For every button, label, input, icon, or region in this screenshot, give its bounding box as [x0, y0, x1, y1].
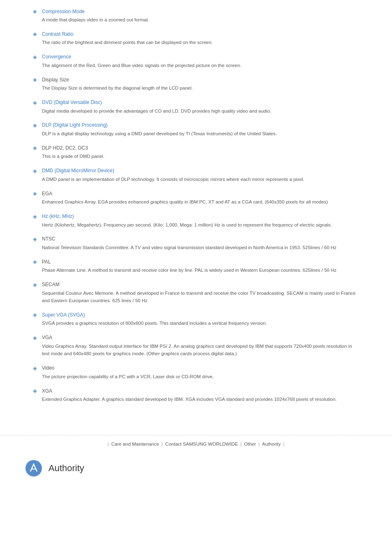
term-title-display-size: ◈Display Size: [33, 76, 359, 83]
term-title-text-dmd[interactable]: DMD (Digital MicroMirror Device): [42, 168, 114, 173]
footer-nav: | Care and Maintenance | Contact SAMSUNG…: [0, 435, 392, 451]
term-bullet-icon-video: ◈: [33, 365, 39, 371]
term-bullet-icon-hz: ◈: [33, 213, 39, 220]
authority-logo-icon: [25, 459, 43, 477]
term-block-dlp: ◈DLP (Digital Light Processing)DLP is a …: [33, 122, 359, 137]
term-bullet-icon-xga: ◈: [33, 388, 39, 394]
term-bullet-icon-dlp-hd2: ◈: [33, 145, 39, 151]
term-title-text-ega[interactable]: EGA: [42, 191, 52, 197]
term-title-text-dvd[interactable]: DVD (Digital Versatile Disc): [42, 99, 102, 105]
term-block-hz: ◈Hz (kHz, MHz)Hertz (Kilohertz, Megahert…: [33, 213, 359, 229]
term-bullet-icon-pal: ◈: [33, 259, 39, 265]
term-block-vga: ◈VGAVideo Graphics Array. Standard outpu…: [33, 335, 359, 358]
term-title-convergence: ◈Convergence: [33, 54, 359, 60]
term-title-pal: ◈PAL: [33, 259, 359, 265]
term-title-text-svga[interactable]: Super VGA (SVGA): [42, 312, 85, 318]
term-bullet-icon-dlp: ◈: [33, 122, 39, 128]
term-block-compression-mode: ◈Compression ModeA mode that displays vi…: [33, 8, 359, 23]
term-title-text-hz[interactable]: Hz (kHz, MHz): [42, 213, 74, 219]
term-block-video: ◈VideoThe picture projection capability …: [33, 365, 359, 380]
term-block-pal: ◈PALPhase Alternate Line. A method to tr…: [33, 259, 359, 274]
term-description-hz: Hertz (Kilohertz, Megahertz). Frequency …: [33, 221, 359, 229]
term-bullet-icon-vga: ◈: [33, 335, 39, 341]
term-description-dvd: Digital media developed to provide the a…: [33, 107, 359, 115]
term-bullet-icon-svga: ◈: [33, 312, 39, 318]
footer-sep-2: |: [240, 442, 242, 446]
term-description-dmd: A DMD panel is an implementation of DLP …: [33, 176, 359, 183]
term-block-dmd: ◈DMD (Digital MicroMirror Device)A DMD p…: [33, 168, 359, 183]
footer-link-other[interactable]: Other: [244, 442, 256, 446]
term-title-hz: ◈Hz (kHz, MHz): [33, 213, 359, 220]
term-description-compression-mode: A mode that displays video in a zoomed o…: [33, 16, 359, 23]
term-block-xga: ◈XGAExtended Graphics Adapter. A graphic…: [33, 388, 359, 403]
term-title-contrast-ratio: ◈Contrast Ratio: [33, 31, 359, 37]
term-description-convergence: The alignment of the Red, Green and Blue…: [33, 62, 359, 69]
term-title-text-pal[interactable]: PAL: [42, 259, 51, 265]
term-title-vga: ◈VGA: [33, 335, 359, 341]
term-title-video: ◈Video: [33, 365, 359, 371]
svg-point-0: [25, 460, 42, 476]
term-title-text-ntsc[interactable]: NTSC: [42, 236, 55, 242]
term-title-text-xga[interactable]: XGA: [42, 388, 52, 394]
term-bullet-icon-dvd: ◈: [33, 99, 39, 106]
term-block-secam: ◈SECAMSequential Couleur Avec Memorie. A…: [33, 282, 359, 305]
term-bullet-icon-contrast-ratio: ◈: [33, 31, 39, 37]
footer-sep-start: |: [108, 442, 109, 446]
term-bullet-icon-ega: ◈: [33, 190, 39, 197]
terms-container: ◈Compression ModeA mode that displays vi…: [33, 8, 359, 403]
term-description-xga: Extended Graphics Adapter. A graphics st…: [33, 395, 359, 403]
term-block-dlp-hd2: ◈DLP HD2, DC2, DC3This is a grade of DMD…: [33, 145, 359, 160]
term-block-convergence: ◈ConvergenceThe alignment of the Red, Gr…: [33, 54, 359, 69]
term-title-ntsc: ◈NTSC: [33, 236, 359, 242]
term-description-video: The picture projection capability of a P…: [33, 373, 359, 380]
term-title-text-contrast-ratio[interactable]: Contrast Ratio: [42, 31, 74, 37]
term-title-text-video[interactable]: Video: [42, 365, 54, 371]
main-content: ◈Compression ModeA mode that displays vi…: [0, 0, 392, 419]
term-description-contrast-ratio: The ratio of the brightest and dimmest p…: [33, 39, 359, 46]
term-block-ega: ◈EGAEnhanced Graphics Array. EGA provide…: [33, 190, 359, 206]
footer-sep-end: |: [283, 442, 284, 446]
footer-link-contact-samsung[interactable]: Contact SAMSUNG WORLDWIDE: [165, 442, 238, 446]
term-title-text-display-size[interactable]: Display Size: [42, 77, 69, 83]
footer-link-authority[interactable]: Authority: [262, 442, 281, 446]
footer-sep-3: |: [258, 442, 260, 446]
term-title-text-compression-mode[interactable]: Compression Mode: [42, 9, 85, 14]
term-title-text-dlp-hd2[interactable]: DLP HD2, DC2, DC3: [42, 145, 88, 151]
term-description-ntsc: National Television Standards Committee.…: [33, 244, 359, 251]
term-title-dlp: ◈DLP (Digital Light Processing): [33, 122, 359, 128]
term-description-pal: Phase Alternate Line. A method to transm…: [33, 266, 359, 274]
term-title-dlp-hd2: ◈DLP HD2, DC2, DC3: [33, 145, 359, 151]
term-description-display-size: The Display Size is determined by the di…: [33, 84, 359, 92]
footer-bottom: Authority: [0, 451, 392, 486]
term-title-dvd: ◈DVD (Digital Versatile Disc): [33, 99, 359, 106]
term-bullet-icon-ntsc: ◈: [33, 236, 39, 242]
term-bullet-icon-compression-mode: ◈: [33, 8, 39, 14]
term-description-ega: Enhanced Graphics Array. EGA provides en…: [33, 198, 359, 206]
term-title-xga: ◈XGA: [33, 388, 359, 394]
term-description-secam: Sequential Couleur Avec Memorie. A metho…: [33, 289, 359, 305]
term-title-svga: ◈Super VGA (SVGA): [33, 312, 359, 318]
term-block-svga: ◈Super VGA (SVGA)SVGA provides a graphic…: [33, 312, 359, 327]
term-title-secam: ◈SECAM: [33, 282, 359, 288]
term-title-text-convergence[interactable]: Convergence: [42, 54, 71, 60]
term-block-display-size: ◈Display SizeThe Display Size is determi…: [33, 76, 359, 92]
authority-logo-text: Authority: [48, 463, 84, 474]
footer-sep-1: |: [161, 442, 163, 446]
term-bullet-icon-convergence: ◈: [33, 54, 39, 60]
term-title-dmd: ◈DMD (Digital MicroMirror Device): [33, 168, 359, 174]
term-description-vga: Video Graphics Array. Standard output in…: [33, 342, 359, 358]
term-bullet-icon-secam: ◈: [33, 282, 39, 288]
term-description-svga: SVGA provides a graphics resolution of 8…: [33, 319, 359, 327]
term-description-dlp: DLP is a digital display technology usin…: [33, 130, 359, 137]
term-title-text-vga[interactable]: VGA: [42, 335, 52, 340]
term-title-compression-mode: ◈Compression Mode: [33, 8, 359, 14]
term-bullet-icon-dmd: ◈: [33, 168, 39, 174]
term-block-dvd: ◈DVD (Digital Versatile Disc)Digital med…: [33, 99, 359, 115]
footer-link-care-maintenance[interactable]: Care and Maintenance: [111, 442, 159, 446]
term-bullet-icon-display-size: ◈: [33, 76, 39, 83]
term-title-text-dlp[interactable]: DLP (Digital Light Processing): [42, 122, 108, 128]
term-block-contrast-ratio: ◈Contrast RatioThe ratio of the brightes…: [33, 31, 359, 46]
term-title-text-secam[interactable]: SECAM: [42, 282, 60, 287]
term-title-ega: ◈EGA: [33, 190, 359, 197]
term-description-dlp-hd2: This is a grade of DMD panel.: [33, 153, 359, 160]
